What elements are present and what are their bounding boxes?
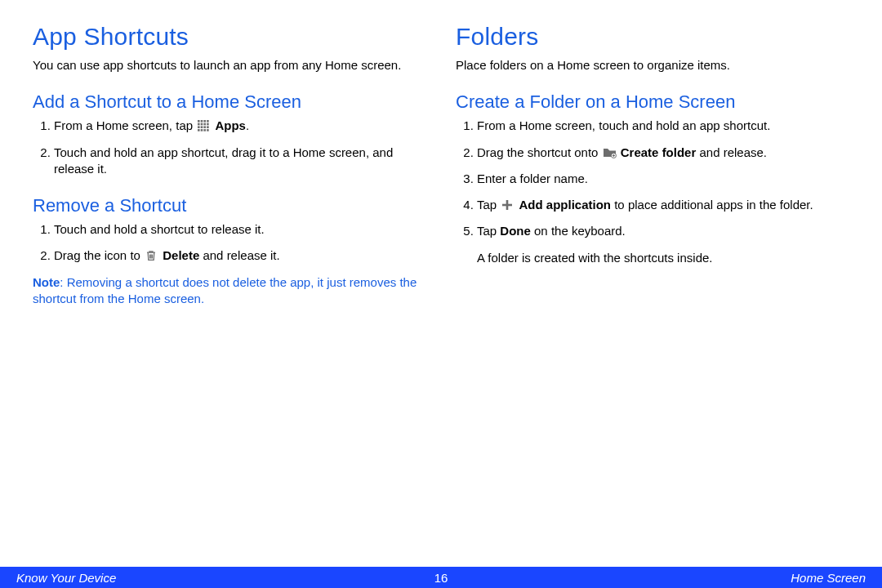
bold-text: Apps [215,118,246,132]
bold-text: Delete [163,248,199,262]
note-body: : Removing a shortcut does not delete th… [33,275,416,305]
plus-icon [501,198,513,210]
intro-folders: Place folders on a Home screen to organi… [456,57,849,74]
text: and release it. [199,248,279,262]
heading-remove-shortcut: Remove a Shortcut [33,195,426,216]
text: and release. [696,145,767,159]
list-item: Drag the icon to Delete and release it. [54,247,426,264]
svg-rect-18 [502,204,512,207]
right-column: Folders Place folders on a Home screen t… [456,23,849,307]
create-folder-result: A folder is created with the shortcuts i… [477,250,849,266]
note-remove-shortcut: Note: Removing a shortcut does not delet… [33,274,426,308]
svg-rect-7 [207,123,209,126]
left-column: App Shortcuts You can use app shortcuts … [33,23,426,307]
svg-rect-11 [207,127,209,129]
list-item: From a Home screen, tap Apps. [54,118,426,134]
list-item: Tap Done on the keyboard. [477,223,849,239]
list-item: Enter a folder name. [477,171,849,187]
intro-app-shortcuts: You can use app shortcuts to launch an a… [33,57,426,74]
list-item: From a Home screen, touch and hold an ap… [477,118,849,134]
svg-rect-13 [201,129,203,131]
bold-text: Create folder [621,145,697,159]
text: to place additional apps in the folder. [611,198,813,212]
heading-create-folder: Create a Folder on a Home Screen [456,91,849,113]
svg-rect-4 [198,123,200,126]
heading-app-shortcuts: App Shortcuts [33,23,426,51]
note-label: Note [33,275,60,289]
svg-rect-6 [204,123,207,126]
trash-icon [145,249,157,261]
text: From a Home screen, tap [54,118,196,132]
page-footer: Know Your Device 16 Home Screen [0,567,882,588]
svg-rect-14 [204,129,207,131]
create-folder-steps: From a Home screen, touch and hold an ap… [472,118,849,239]
create-folder-icon [604,146,615,158]
svg-rect-9 [201,127,203,129]
text: Tap [477,198,500,212]
footer-left: Know Your Device [16,571,116,585]
list-item: Touch and hold an app shortcut, drag it … [54,145,426,178]
svg-rect-3 [207,120,209,122]
bold-text: Add application [519,198,612,212]
heading-folders: Folders [456,23,849,51]
list-item: Tap Add application to place additional … [477,197,849,213]
footer-right: Home Screen [791,571,866,585]
svg-rect-15 [207,129,209,131]
apps-grid-icon [198,119,209,131]
svg-rect-12 [198,129,200,131]
text: Drag the icon to [54,248,144,262]
svg-rect-1 [201,120,203,122]
svg-rect-5 [201,123,203,126]
list-item: Drag the shortcut onto Create folder and… [477,145,849,161]
text: on the keyboard. [531,224,626,238]
heading-add-shortcut: Add a Shortcut to a Home Screen [33,91,426,113]
svg-rect-8 [198,127,200,129]
bold-text: Done [500,224,531,238]
footer-page-number: 16 [434,571,448,585]
svg-rect-2 [204,120,207,122]
text: Tap [477,224,500,238]
remove-shortcut-steps: Touch and hold a shortcut to release it.… [49,221,426,265]
text: . [246,118,249,132]
svg-rect-0 [198,120,200,122]
svg-rect-10 [204,127,207,129]
list-item: Touch and hold a shortcut to release it. [54,221,426,238]
add-shortcut-steps: From a Home screen, tap Apps. Touch and … [49,118,426,177]
text: Drag the shortcut onto [477,145,602,159]
